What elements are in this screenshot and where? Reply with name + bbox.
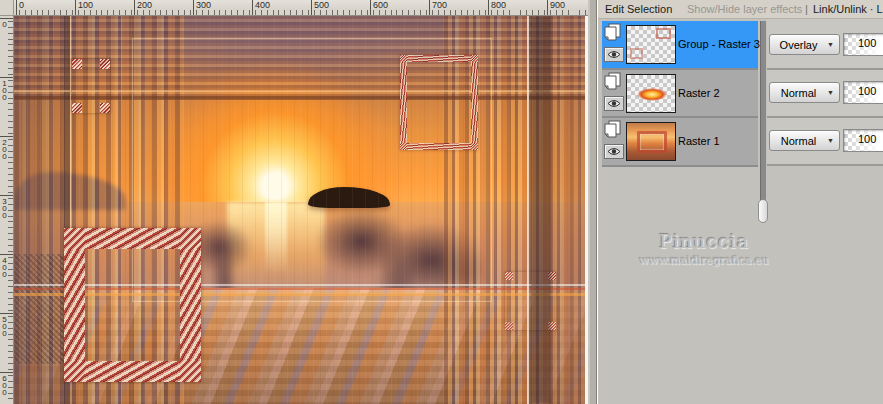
layer-row-raster-2[interactable]: Raster 2 xyxy=(602,70,758,117)
link-unlink-button[interactable]: Link/Unlink · L xyxy=(813,3,883,15)
layers-toolbar: Edit Selection Show/Hide layer effects |… xyxy=(598,0,883,19)
show-hide-effects-button[interactable]: Show/Hide layer effects xyxy=(687,3,802,15)
blend-mode-dropdown[interactable]: Normal ▼ xyxy=(769,130,840,151)
layer-row-raster-1[interactable]: Raster 1 xyxy=(602,118,758,165)
blend-mode-value: Overlay xyxy=(770,39,827,51)
panel-splitter xyxy=(760,21,766,221)
layer-type-icon xyxy=(604,120,622,139)
ruler-h-label: 400 xyxy=(252,0,270,16)
marble-frame-top-left xyxy=(72,59,110,113)
ruler-h-label: 700 xyxy=(429,0,447,16)
ruler-v-label: 600 xyxy=(0,372,14,395)
ruler-h-label: 200 xyxy=(134,0,152,16)
watermark-title: Pinuccia xyxy=(598,230,810,252)
ruler-h-label: 600 xyxy=(370,0,388,16)
chevron-down-icon: ▼ xyxy=(827,41,839,48)
opacity-slider[interactable]: 100 xyxy=(843,129,883,152)
opacity-slider[interactable]: 100 xyxy=(843,33,883,56)
ruler-horizontal: 0100200300400500600700800900 xyxy=(14,0,588,16)
ruler-v-label: 0 xyxy=(0,18,14,27)
ruler-v-label: 300 xyxy=(0,195,14,218)
column-separator xyxy=(767,68,883,70)
ruler-v-label: 500 xyxy=(0,313,14,336)
marble-frame-bottom-left xyxy=(64,228,201,382)
layer-type-icon xyxy=(604,72,622,91)
image-canvas[interactable] xyxy=(14,16,585,404)
canvas-scrollbar[interactable] xyxy=(585,0,597,404)
layer-row-group-raster-3[interactable]: Group - Raster 3 xyxy=(602,21,758,68)
ruler-h-label: 500 xyxy=(311,0,329,16)
ruler-h-label: 0 xyxy=(16,0,24,16)
layer-thumbnail[interactable] xyxy=(626,25,676,64)
visibility-toggle-eye-icon[interactable] xyxy=(604,47,624,62)
layer-name: Group - Raster 3 xyxy=(678,38,760,50)
blend-mode-dropdown[interactable]: Normal ▼ xyxy=(769,82,840,103)
layer-name: Raster 1 xyxy=(678,135,720,147)
layer-thumbnail[interactable] xyxy=(626,74,676,113)
ruler-corner xyxy=(0,0,14,16)
blend-mode-dropdown[interactable]: Overlay ▼ xyxy=(769,34,840,55)
column-separator xyxy=(767,164,883,166)
blend-mode-value: Normal xyxy=(770,135,827,147)
dark-vertical-band-right xyxy=(531,16,551,404)
watermark-url: www.maidiregrafica.eu xyxy=(598,254,810,267)
marble-frame-top-right xyxy=(400,55,478,150)
ruler-h-label: 800 xyxy=(488,0,506,16)
app-window: 0100200300400500600700800900 01002003004… xyxy=(0,0,883,404)
edit-selection-button[interactable]: Edit Selection xyxy=(605,3,672,15)
blend-mode-value: Normal xyxy=(770,87,827,99)
ruler-h-label: 300 xyxy=(193,0,211,16)
chevron-down-icon: ▼ xyxy=(827,89,839,96)
toolbar-separator: | xyxy=(805,3,808,15)
ruler-v-label: 200 xyxy=(0,136,14,159)
visibility-toggle-eye-icon[interactable] xyxy=(604,96,624,111)
ruler-v-label: 100 xyxy=(0,77,14,100)
ruler-vertical: 0100200300400500600 xyxy=(0,16,14,404)
row-separator xyxy=(602,165,758,167)
opacity-slider[interactable]: 100 xyxy=(843,81,883,104)
chevron-down-icon: ▼ xyxy=(827,137,839,144)
watermark: Pinuccia www.maidiregrafica.eu xyxy=(598,230,810,267)
layer-name: Raster 2 xyxy=(678,87,720,99)
layer-type-icon xyxy=(604,23,622,42)
panel-splitter-handle[interactable] xyxy=(758,199,768,223)
layers-palette: Edit Selection Show/Hide layer effects |… xyxy=(597,0,883,404)
ruler-v-label: 400 xyxy=(0,254,14,277)
ruler-h-label: 100 xyxy=(75,0,93,16)
bright-vertical-line-right xyxy=(527,16,529,404)
column-separator xyxy=(767,116,883,118)
layer-thumbnail[interactable] xyxy=(626,122,676,161)
visibility-toggle-eye-icon[interactable] xyxy=(604,144,624,159)
ruler-h-label: 900 xyxy=(547,0,565,16)
